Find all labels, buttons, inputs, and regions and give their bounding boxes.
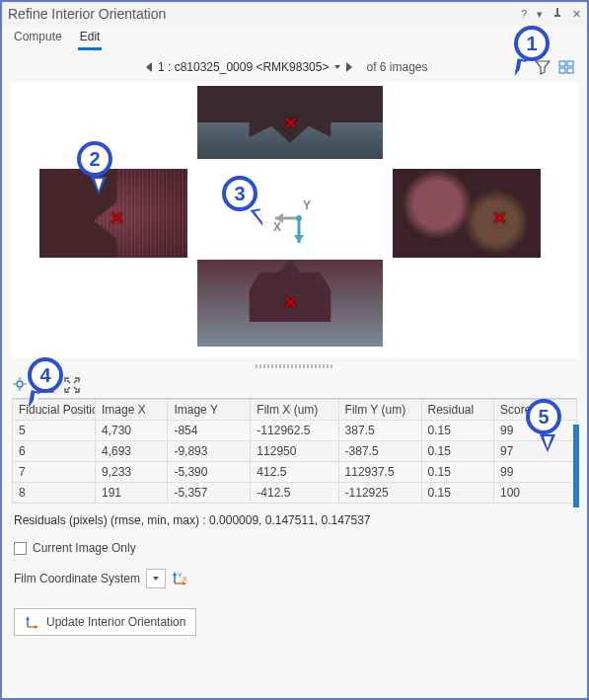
svg-marker-9	[294, 235, 304, 243]
col-film-x[interactable]: Film X (um)	[251, 400, 338, 421]
annotation-3: 3	[222, 176, 258, 211]
help-icon[interactable]: ?	[521, 8, 527, 21]
image-dropdown-icon[interactable]	[334, 65, 340, 69]
tab-compute[interactable]: Compute	[12, 26, 64, 50]
titlebar-controls: ? ▾ ✕	[521, 8, 581, 21]
pane-title: Refine Interior Orientation	[8, 6, 521, 22]
image-count-label: of 6 images	[366, 60, 427, 74]
table-scrollbar[interactable]	[573, 425, 579, 507]
fiducial-thumb-left[interactable]: ✕	[39, 169, 187, 258]
splitter-gripper[interactable]	[10, 362, 579, 370]
annotation-5: 5	[526, 399, 561, 434]
svg-rect-0	[556, 8, 558, 15]
menu-dropdown-icon[interactable]: ▾	[537, 8, 543, 21]
annotation-4: 4	[28, 357, 63, 393]
film-cs-label: Film Coordinate System	[14, 572, 140, 585]
axis-x-label: X	[273, 220, 281, 234]
options-icon[interactable]	[557, 58, 575, 76]
refine-interior-orientation-pane: Refine Interior Orientation ? ▾ ✕ Comput…	[0, 0, 589, 700]
film-cs-dropdown[interactable]	[146, 569, 166, 588]
image-navigator: 1 : c810325_0009 <RMK98305> of 6 images	[2, 56, 587, 82]
film-coordinate-system-row: Film Coordinate System YX	[2, 559, 587, 598]
current-image-only-checkbox[interactable]	[14, 542, 27, 555]
col-image-y[interactable]: Image Y	[168, 400, 251, 421]
update-axes-icon	[25, 614, 40, 630]
svg-marker-16	[173, 572, 177, 576]
axes-indicator: X Y	[271, 189, 331, 248]
autohide-pin-icon[interactable]	[552, 8, 562, 21]
fiducial-thumb-right[interactable]: ✕	[393, 169, 541, 258]
update-interior-orientation-button[interactable]: Update Interior Orientation	[14, 608, 196, 636]
svg-marker-20	[26, 616, 30, 620]
annotation-1: 1	[514, 26, 550, 61]
svg-rect-3	[567, 61, 573, 66]
table-row[interactable]: 5 4,730 -854 -112962.5 387.5 0.15 99	[13, 421, 577, 441]
table-row[interactable]: 7 9,233 -5,390 412.5 112937.5 0.15 99	[13, 462, 577, 483]
axis-orientation-icon[interactable]: YX	[172, 570, 189, 587]
current-image-only-label: Current Image Only	[33, 541, 136, 555]
close-icon[interactable]: ✕	[572, 8, 581, 21]
col-film-y[interactable]: Film Y (um)	[338, 400, 421, 421]
svg-rect-5	[567, 68, 573, 73]
col-fiducial-position[interactable]: Fiducial Positio	[13, 400, 96, 421]
prev-image-icon[interactable]	[146, 62, 152, 72]
fiducial-thumb-bottom[interactable]: ✕	[197, 260, 383, 347]
tab-bar: Compute Edit	[2, 26, 587, 56]
zoom-out-extent-icon[interactable]	[63, 376, 81, 394]
col-residual[interactable]: Residual	[421, 400, 493, 421]
svg-marker-21	[35, 625, 38, 629]
current-image-label: 1 : c810325_0009 <RMK98305>	[158, 60, 329, 74]
svg-rect-2	[559, 61, 565, 66]
svg-rect-1	[554, 15, 560, 17]
preview-toolbar	[2, 372, 587, 398]
annotation-2: 2	[77, 141, 112, 177]
svg-rect-4	[559, 68, 565, 73]
svg-text:X: X	[183, 576, 187, 583]
fiducial-table: Fiducial Positio Image X Image Y Film X …	[12, 398, 577, 504]
axis-y-label: Y	[303, 198, 311, 212]
next-image-icon[interactable]	[346, 62, 352, 72]
fiducial-preview-area: ✕ ✕ ✕ ✕ X Y 2	[10, 82, 579, 358]
svg-point-10	[296, 215, 302, 221]
table-row[interactable]: 8 191 -5,357 -412.5 -112925 0.15 100	[13, 483, 577, 504]
residuals-summary: Residuals (pixels) (rmse, min, max) : 0.…	[2, 504, 587, 537]
update-button-label: Update Interior Orientation	[46, 615, 185, 629]
current-image-only-row: Current Image Only	[2, 537, 587, 559]
fiducial-thumb-top[interactable]: ✕	[197, 86, 383, 159]
svg-point-11	[17, 381, 23, 387]
col-image-x[interactable]: Image X	[95, 400, 167, 421]
tab-edit[interactable]: Edit	[78, 26, 103, 50]
titlebar: Refine Interior Orientation ? ▾ ✕	[2, 2, 587, 26]
table-row[interactable]: 6 4,693 -9,893 112950 -387.5 0.15 97	[13, 441, 577, 462]
